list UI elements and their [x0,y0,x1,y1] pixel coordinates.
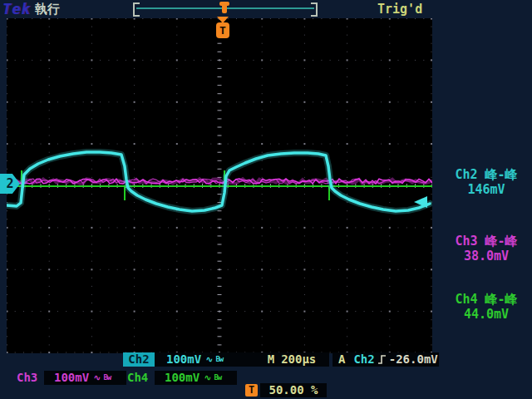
graticule [7,18,432,353]
measurement-ch3-value: 38.0mV [443,249,530,264]
ch4-bandwidth-icon: Bw [214,371,221,385]
measurement-ch3-channel: Ch3 [455,234,477,249]
trigger-mode: A [338,352,345,367]
timebase-value: 200µs [281,352,316,367]
trigger-position-icon [219,1,230,14]
trigger-readout: A Ch2 -26.0mV [332,352,439,367]
horizontal-position-readout: 50.00 % [260,383,327,397]
record-view-left-bracket [133,2,140,17]
ch2-scale-readout: 100mV ∿ Bw [155,352,254,367]
horizontal-position-icon: T [245,384,258,397]
ch4-readout-chip: Ch4 [127,371,148,385]
acquisition-status: 執行 [35,2,60,17]
ch2-scale-value: 100mV [166,352,201,367]
measurement-ch2-label: 峰-峰 [485,167,518,182]
timebase-readout: M 200µs [254,352,329,367]
measurement-ch3-label: 峰-峰 [485,234,518,249]
ch3-coupling-icon: ∿ [93,371,101,385]
trigger-position-marker: T [215,17,230,40]
trigger-status: Trig'd [377,2,422,17]
measurement-ch2-pkpk: Ch2 峰-峰 146mV [443,167,530,197]
waveform-display [7,18,432,353]
measurement-ch2-channel: Ch2 [455,167,477,182]
record-view-right-bracket [311,2,318,17]
horizontal-position-value: 50.00 % [268,383,318,397]
measurement-ch4-value: 44.0mV [443,307,530,322]
timebase-label: M [268,352,274,367]
ch3-scale-readout: 100mV ∿ Bw [44,371,126,385]
ch3-scale-value: 100mV [54,371,89,385]
ch2-bandwidth-icon: Bw [215,352,223,367]
measurement-ch4-channel: Ch4 [455,292,477,307]
ch2-readout-chip: Ch2 [123,352,155,367]
ch4-scale-value: 100mV [165,371,200,385]
measurement-ch3-pkpk: Ch3 峰-峰 38.0mV [443,234,530,264]
trigger-marker-t-icon: T [216,22,229,38]
measurement-ch4-pkpk: Ch4 峰-峰 44.0mV [443,292,530,322]
ch4-scale-readout: 100mV ∿ Bw [155,371,237,385]
measurement-ch4-label: 峰-峰 [485,292,518,307]
ch2-coupling-icon: ∿ [205,352,213,367]
ch3-bandwidth-icon: Bw [103,371,111,385]
trigger-source: Ch2 [353,352,374,367]
record-view-bar [133,1,318,16]
trigger-level: -26.0mV [389,352,438,367]
rising-edge-icon [377,354,387,365]
ch3-readout-chip: Ch3 [17,371,37,385]
ch4-coupling-icon: ∿ [204,371,211,385]
measurement-ch2-value: 146mV [443,182,530,197]
tek-logo: Tek [2,1,31,17]
